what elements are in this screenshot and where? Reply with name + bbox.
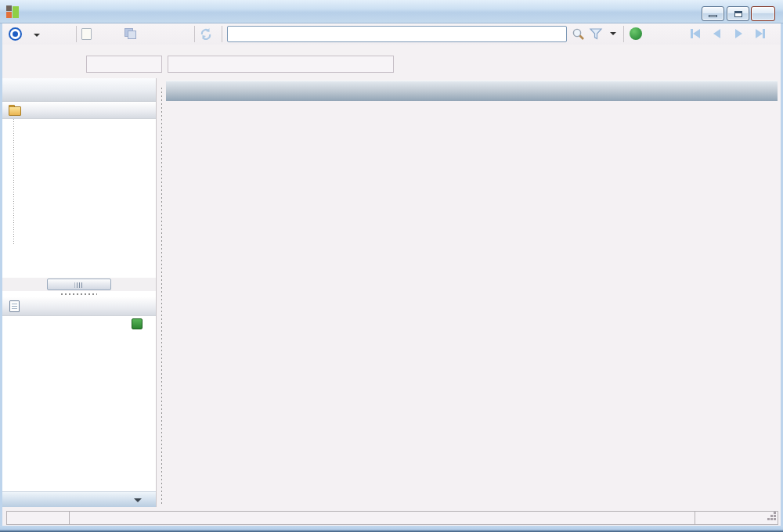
vertical-splitter[interactable] bbox=[161, 88, 162, 504]
previous-record-button[interactable] bbox=[713, 29, 720, 38]
resize-grip[interactable] bbox=[767, 511, 777, 523]
app-window bbox=[0, 0, 783, 532]
filter-icon[interactable] bbox=[589, 27, 603, 43]
last-record-button[interactable] bbox=[756, 29, 765, 38]
next-record-button[interactable] bbox=[735, 29, 742, 38]
chevron-down-icon bbox=[34, 34, 40, 37]
close-button[interactable] bbox=[751, 6, 775, 21]
scrollbar-thumb[interactable] bbox=[47, 279, 111, 290]
add-document-icon[interactable] bbox=[132, 318, 143, 329]
content-header bbox=[166, 81, 778, 101]
volets-header bbox=[2, 78, 156, 102]
panel-footer-bar[interactable] bbox=[2, 491, 156, 507]
minimize-icon bbox=[709, 15, 717, 17]
code-field[interactable] bbox=[86, 56, 162, 73]
panel-splitter-handle[interactable] bbox=[2, 292, 156, 297]
first-record-button[interactable] bbox=[691, 29, 700, 38]
panel-down-arrow-icon bbox=[134, 498, 142, 502]
toolbar bbox=[2, 23, 781, 45]
statusbar-cell bbox=[6, 511, 70, 525]
scroll-left-icon[interactable] bbox=[2, 278, 16, 291]
refresh-icon[interactable] bbox=[200, 27, 212, 42]
folder-icon bbox=[9, 105, 20, 115]
document-icon bbox=[9, 300, 20, 312]
thumb-grip-icon bbox=[75, 282, 84, 288]
window-border bbox=[0, 526, 783, 532]
actions-icon bbox=[9, 27, 22, 41]
titlebar bbox=[0, 0, 783, 23]
sidebar-volets bbox=[2, 78, 157, 507]
tree-connector bbox=[13, 119, 14, 244]
new-document-row bbox=[2, 317, 156, 332]
save-icon bbox=[124, 28, 136, 39]
toolbar-separator bbox=[76, 26, 77, 42]
statusbar-cell bbox=[695, 511, 778, 525]
statusbar bbox=[2, 510, 781, 526]
restore-button[interactable] bbox=[727, 6, 749, 21]
restore-icon bbox=[734, 11, 742, 17]
onglets-group-header[interactable] bbox=[2, 102, 156, 119]
main-content bbox=[166, 81, 778, 507]
toolbar-separator bbox=[222, 26, 222, 42]
app-icon bbox=[6, 5, 19, 18]
new-button[interactable] bbox=[81, 28, 92, 40]
toolbar-separator bbox=[623, 26, 624, 42]
search-icon[interactable] bbox=[572, 27, 585, 43]
actualiser-icon bbox=[630, 27, 642, 40]
search-input[interactable] bbox=[227, 26, 567, 42]
window-border bbox=[0, 23, 2, 526]
toolbar-separator bbox=[194, 26, 195, 42]
documents-group-header[interactable] bbox=[2, 297, 156, 316]
filter-dropdown-icon[interactable] bbox=[610, 32, 616, 35]
horizontal-scrollbar[interactable] bbox=[2, 278, 156, 291]
code-description-field[interactable] bbox=[168, 56, 394, 73]
statusbar-cell bbox=[69, 511, 695, 525]
actions-menu-button[interactable] bbox=[30, 29, 40, 40]
minimize-button[interactable] bbox=[702, 6, 724, 21]
scroll-right-icon[interactable] bbox=[143, 278, 156, 291]
onglets-tree bbox=[2, 119, 156, 278]
